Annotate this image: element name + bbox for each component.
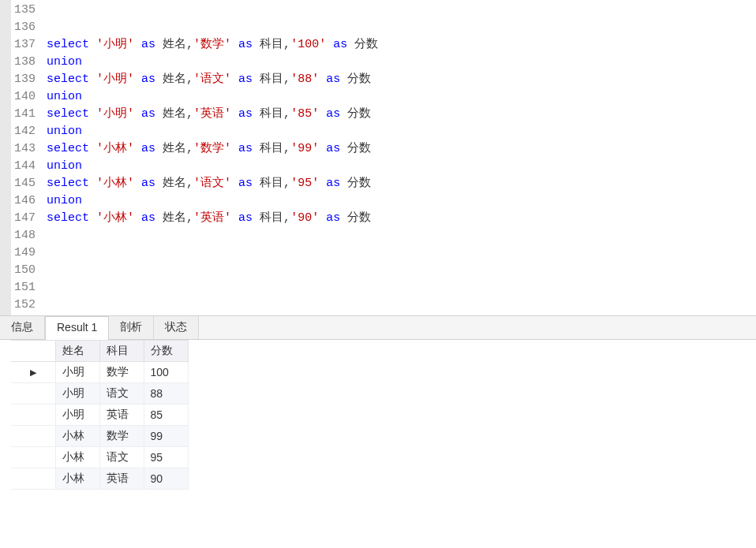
table-cell[interactable]: 88 bbox=[144, 383, 188, 404]
token-kw: as bbox=[231, 211, 260, 225]
code-line[interactable] bbox=[47, 227, 751, 244]
row-marker bbox=[11, 426, 55, 447]
code-line[interactable] bbox=[47, 244, 751, 262]
token-kw: select bbox=[47, 177, 96, 190]
code-line[interactable] bbox=[47, 19, 751, 36]
row-marker bbox=[11, 468, 55, 490]
token-kw: as bbox=[319, 73, 347, 86]
token-kw: as bbox=[319, 107, 347, 121]
table-cell[interactable]: 小明 bbox=[55, 383, 99, 404]
code-line[interactable]: union bbox=[47, 88, 751, 106]
token-ident: 科目 bbox=[260, 142, 283, 155]
line-number: 143 bbox=[14, 140, 36, 158]
code-line[interactable]: union bbox=[47, 54, 751, 71]
token-ident: 分数 bbox=[347, 211, 371, 225]
table-cell[interactable]: 小林 bbox=[55, 468, 99, 490]
token-kw: as bbox=[231, 107, 260, 121]
token-comma: , bbox=[283, 177, 290, 190]
table-cell[interactable]: 数学 bbox=[99, 426, 144, 447]
line-number: 137 bbox=[14, 36, 36, 54]
column-header[interactable]: 姓名 bbox=[55, 341, 99, 362]
table-header-row: 姓名科目分数 bbox=[11, 341, 188, 362]
code-line[interactable]: select '小明' as 姓名,'语文' as 科目,'88' as 分数 bbox=[47, 71, 751, 88]
table-cell[interactable]: 英语 bbox=[99, 468, 144, 490]
table-cell[interactable]: 小林 bbox=[55, 426, 99, 447]
token-str: '小明' bbox=[96, 73, 134, 86]
code-line[interactable] bbox=[47, 2, 751, 19]
table-row[interactable]: ▶小明数学100 bbox=[11, 362, 188, 383]
token-comma: , bbox=[283, 211, 290, 225]
column-header[interactable]: 科目 bbox=[99, 341, 144, 362]
table-row[interactable]: 小林语文95 bbox=[11, 447, 188, 468]
token-str: '语文' bbox=[193, 73, 231, 86]
table-cell[interactable]: 85 bbox=[144, 404, 188, 426]
token-kw: as bbox=[319, 177, 347, 190]
line-number: 138 bbox=[14, 54, 36, 71]
code-line[interactable]: select '小明' as 姓名,'英语' as 科目,'85' as 分数 bbox=[47, 106, 751, 123]
code-line[interactable]: select '小林' as 姓名,'英语' as 科目,'90' as 分数 bbox=[47, 210, 751, 227]
table-cell[interactable]: 90 bbox=[144, 468, 188, 490]
table-cell[interactable]: 英语 bbox=[99, 404, 144, 426]
table-row[interactable]: 小林数学99 bbox=[11, 426, 188, 447]
table-cell[interactable]: 100 bbox=[144, 362, 188, 383]
line-number: 147 bbox=[14, 210, 36, 227]
token-ident: 分数 bbox=[347, 177, 371, 190]
table-cell[interactable]: 小明 bbox=[55, 404, 99, 426]
token-ident: 分数 bbox=[347, 73, 371, 86]
token-kw: select bbox=[47, 73, 96, 86]
table-cell[interactable]: 小明 bbox=[55, 362, 99, 383]
token-kw: as bbox=[319, 142, 347, 155]
token-kw: as bbox=[231, 38, 260, 51]
code-line[interactable]: select '小明' as 姓名,'数学' as 科目,'100' as 分数 bbox=[47, 36, 751, 54]
token-ident: 姓名 bbox=[163, 211, 186, 225]
token-kw: as bbox=[326, 38, 354, 51]
token-kw: as bbox=[134, 38, 163, 51]
tab-信息[interactable]: 信息 bbox=[0, 316, 45, 339]
token-str: '小明' bbox=[96, 38, 134, 51]
result-table[interactable]: 姓名科目分数▶小明数学100小明语文88小明英语85小林数学99小林语文95小林… bbox=[11, 340, 189, 490]
line-number: 151 bbox=[14, 279, 36, 296]
token-str: '英语' bbox=[193, 107, 231, 121]
table-row[interactable]: 小明英语85 bbox=[11, 404, 188, 426]
table-row[interactable]: 小林英语90 bbox=[11, 468, 188, 490]
token-kw: union bbox=[47, 194, 82, 207]
table-cell[interactable]: 语文 bbox=[99, 383, 144, 404]
line-number: 139 bbox=[14, 71, 36, 88]
code-line[interactable] bbox=[47, 262, 751, 279]
token-ident: 分数 bbox=[347, 142, 371, 155]
line-number: 141 bbox=[14, 106, 36, 123]
token-kw: union bbox=[47, 125, 82, 138]
token-ident: 科目 bbox=[260, 211, 283, 225]
tab-状态[interactable]: 状态 bbox=[154, 316, 199, 339]
token-kw: as bbox=[134, 142, 163, 155]
code-line[interactable]: union bbox=[47, 158, 751, 175]
table-cell[interactable]: 小林 bbox=[55, 447, 99, 468]
table-row[interactable]: 小明语文88 bbox=[11, 383, 188, 404]
code-line[interactable]: select '小林' as 姓名,'语文' as 科目,'95' as 分数 bbox=[47, 175, 751, 192]
code-content[interactable]: select '小明' as 姓名,'数学' as 科目,'100' as 分数… bbox=[42, 0, 756, 315]
token-comma: , bbox=[186, 107, 193, 121]
line-number: 146 bbox=[14, 192, 36, 210]
token-ident: 科目 bbox=[260, 107, 283, 121]
tab-result-1[interactable]: Result 1 bbox=[45, 316, 109, 340]
line-number: 150 bbox=[14, 262, 36, 279]
table-cell[interactable]: 语文 bbox=[99, 447, 144, 468]
code-line[interactable] bbox=[47, 296, 751, 314]
table-cell[interactable]: 数学 bbox=[99, 362, 144, 383]
token-ident: 姓名 bbox=[163, 177, 186, 190]
token-kw: select bbox=[47, 211, 96, 225]
column-header[interactable]: 分数 bbox=[144, 341, 188, 362]
token-ident: 科目 bbox=[260, 73, 283, 86]
code-line[interactable] bbox=[47, 279, 751, 296]
token-comma: , bbox=[186, 177, 193, 190]
code-line[interactable]: union bbox=[47, 192, 751, 210]
code-line[interactable]: union bbox=[47, 123, 751, 140]
code-line[interactable]: select '小林' as 姓名,'数学' as 科目,'99' as 分数 bbox=[47, 140, 751, 158]
sql-editor[interactable]: 1351361371381391401411421431441451461471… bbox=[0, 0, 756, 316]
table-cell[interactable]: 99 bbox=[144, 426, 188, 447]
table-cell[interactable]: 95 bbox=[144, 447, 188, 468]
token-kw: union bbox=[47, 159, 82, 173]
token-str: '数学' bbox=[193, 38, 231, 51]
token-str: '90' bbox=[290, 211, 319, 225]
tab-剖析[interactable]: 剖析 bbox=[109, 316, 154, 339]
